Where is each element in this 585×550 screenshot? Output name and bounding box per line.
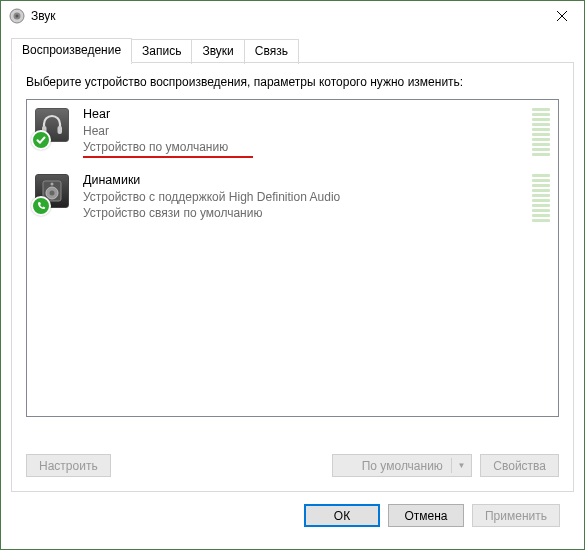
set-default-dropdown[interactable]: По умолчанию ▼: [332, 454, 472, 477]
apply-button[interactable]: Применить: [472, 504, 560, 527]
close-icon: [557, 11, 567, 21]
dialog-content: Воспроизведение Запись Звуки Связь Выбер…: [1, 31, 584, 539]
tab-panel-playback: Выберите устройство воспроизведения, пар…: [11, 62, 574, 492]
tab-sounds[interactable]: Звуки: [191, 39, 244, 64]
sound-app-icon: [9, 8, 25, 24]
set-default-label: По умолчанию: [362, 459, 443, 473]
tab-playback[interactable]: Воспроизведение: [11, 38, 132, 63]
device-texts: Hear Hear Устройство по умолчанию: [83, 106, 524, 158]
device-item[interactable]: Hear Hear Устройство по умолчанию: [27, 100, 558, 166]
device-list[interactable]: Hear Hear Устройство по умолчанию: [26, 99, 559, 417]
tab-communications[interactable]: Связь: [244, 39, 299, 64]
ok-button[interactable]: ОК: [304, 504, 380, 527]
device-icon-wrapper: [35, 108, 73, 146]
window-title: Звук: [31, 9, 539, 23]
svg-point-9: [50, 191, 55, 196]
device-subtitle: Hear: [83, 123, 524, 139]
device-texts: Динамики Устройство с поддержкой High De…: [83, 172, 524, 221]
close-button[interactable]: [539, 1, 584, 31]
device-status: Устройство связи по умолчанию: [83, 205, 524, 221]
level-meter: [532, 174, 550, 224]
tab-strip: Воспроизведение Запись Звуки Связь: [11, 37, 574, 62]
svg-point-2: [16, 15, 19, 18]
properties-button[interactable]: Свойства: [480, 454, 559, 477]
dialog-footer: ОК Отмена Применить: [11, 492, 574, 539]
annotation-underline: [83, 156, 253, 158]
panel-button-row: Настроить По умолчанию ▼ Свойства: [26, 454, 559, 477]
device-status: Устройство по умолчанию: [83, 139, 524, 155]
default-check-badge-icon: [31, 130, 51, 150]
device-item[interactable]: Динамики Устройство с поддержкой High De…: [27, 166, 558, 232]
svg-rect-6: [58, 126, 63, 134]
device-subtitle: Устройство с поддержкой High Definition …: [83, 189, 524, 205]
instruction-text: Выберите устройство воспроизведения, пар…: [26, 75, 559, 89]
svg-point-10: [51, 183, 54, 186]
device-name: Hear: [83, 106, 524, 123]
level-meter: [532, 108, 550, 158]
tab-recording[interactable]: Запись: [131, 39, 192, 64]
titlebar: Звук: [1, 1, 584, 31]
communications-badge-icon: [31, 196, 51, 216]
configure-button[interactable]: Настроить: [26, 454, 111, 477]
cancel-button[interactable]: Отмена: [388, 504, 464, 527]
device-icon-wrapper: [35, 174, 73, 212]
chevron-down-icon: ▼: [451, 458, 465, 473]
device-name: Динамики: [83, 172, 524, 189]
